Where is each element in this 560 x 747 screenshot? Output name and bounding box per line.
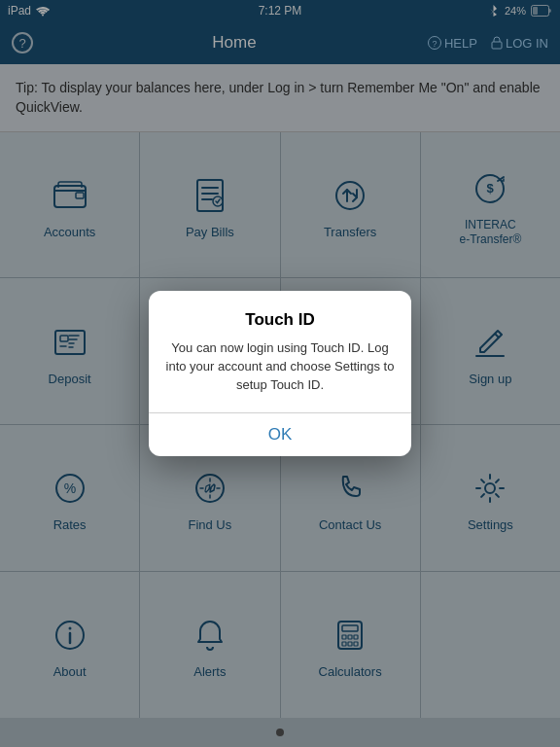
touch-id-modal: Touch ID You can now login using Touch I…	[149, 291, 411, 456]
modal-body: You can now login using Touch ID. Log in…	[164, 339, 396, 395]
modal-content: Touch ID You can now login using Touch I…	[149, 291, 411, 395]
modal-title: Touch ID	[164, 310, 396, 330]
modal-actions: OK	[149, 413, 411, 456]
ok-button[interactable]: OK	[149, 413, 411, 456]
modal-overlay: Touch ID You can now login using Touch I…	[0, 0, 560, 747]
